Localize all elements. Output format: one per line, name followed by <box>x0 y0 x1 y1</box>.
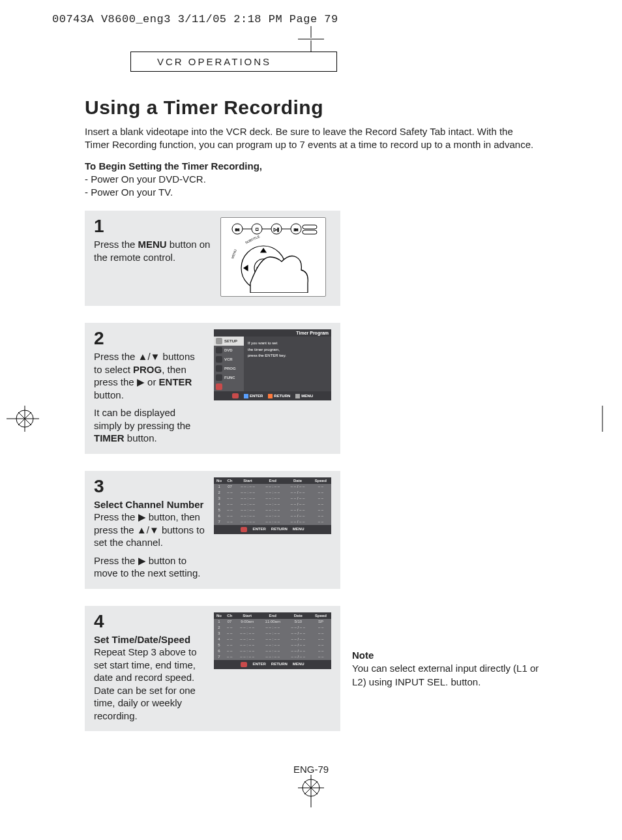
table-cell: – – : – – <box>259 631 286 637</box>
osd-sidebar-item: VCR <box>214 355 244 364</box>
table-cell: 11:00am <box>259 619 286 625</box>
table-cell: – – : – – <box>235 507 260 513</box>
table-row: 5– –– – : – –– – : – –– – / – –– – <box>214 507 331 513</box>
table-cell: 5/10 <box>286 619 310 625</box>
note-block: Note You can select external input direc… <box>352 649 548 689</box>
table-row: 3– –– – : – –– – : – –– – / – –– – <box>214 496 331 502</box>
timer-table: No Ch Start End Date Speed 107– – : – ––… <box>214 477 331 525</box>
osd-sidebar: SETUP DVD VCR PROG FUNC <box>214 337 244 391</box>
table-cell: – – / – – <box>286 648 310 654</box>
table-cell: – – <box>310 496 331 502</box>
svg-text:⏭: ⏭ <box>294 228 298 232</box>
step-subheading: Set Time/Date/Speed <box>94 634 190 645</box>
th-start: Start <box>235 612 259 619</box>
table-cell: – – / – – <box>286 637 310 642</box>
table-cell: – – : – – <box>235 513 260 519</box>
th-ch: Ch <box>224 477 235 484</box>
table-cell: – – <box>310 648 331 654</box>
timer-table-screenshot: No Ch Start End Date Speed 107– – : – ––… <box>214 477 331 534</box>
table-cell: – – <box>224 648 235 654</box>
table-cell: – – <box>224 642 235 648</box>
begin-line: - Power On your TV. <box>85 186 537 199</box>
step-number: 3 <box>94 477 205 496</box>
table-cell: – – / – – <box>285 513 310 519</box>
section-label-text: VCR OPERATIONS <box>157 56 271 67</box>
table-cell: 07 <box>224 619 235 625</box>
table-cell: 07 <box>224 484 235 490</box>
th-date: Date <box>286 612 310 619</box>
step-1: 1 Press the MENU button on the remote co… <box>85 211 340 306</box>
table-cell: – – : – – <box>260 484 285 490</box>
step-text: Press the ▶ button to move to the next s… <box>94 554 205 580</box>
begin-line: - Power On your DVD-VCR. <box>85 173 537 186</box>
osd-title: Timer Program <box>214 329 331 337</box>
remote-illustration: ⏮ ■ ▶∥ ⏭ ENTER <box>220 217 326 297</box>
table-cell: 3 <box>214 631 224 637</box>
table-cell: – – <box>224 502 235 507</box>
table-cell: – – : – – <box>235 490 260 496</box>
footer-label: MENU <box>293 527 304 531</box>
step-text: Press the <box>94 239 138 250</box>
table-cell: – – / – – <box>285 507 310 513</box>
table-cell: – – <box>310 507 331 513</box>
footer-label: ENTER <box>252 527 265 531</box>
note-text: You can select external input directly (… <box>352 662 548 689</box>
table-cell: 2 <box>214 490 224 496</box>
osd-sidebar-item: DVD <box>214 346 244 355</box>
footer-label: MENU <box>293 662 304 666</box>
table-cell: – – / – – <box>286 654 310 660</box>
crop-mark-left-icon <box>7 406 39 434</box>
remote-icon <box>241 527 247 532</box>
return-key-icon <box>268 394 273 398</box>
table-cell: – – <box>310 484 331 490</box>
table-cell: – – : – – <box>235 642 259 648</box>
timer-table-screenshot: No Ch Start End Date Speed 1079:00am11:0… <box>214 612 331 669</box>
table-cell: – – <box>224 513 235 519</box>
timer-table: No Ch Start End Date Speed 1079:00am11:0… <box>214 612 331 660</box>
osd-pane-line: the timer program, <box>248 347 327 353</box>
timer-header-row: No Ch Start End Date Speed <box>214 477 331 484</box>
th-date: Date <box>285 477 310 484</box>
table-row: 7– –– – : – –– – : – –– – / – –– – <box>214 654 331 660</box>
func-icon <box>216 374 222 381</box>
th-ch: Ch <box>224 612 235 619</box>
step-number: 2 <box>94 329 205 348</box>
table-cell: – – : – – <box>260 513 285 519</box>
table-cell: – – <box>310 625 331 631</box>
table-cell: – – <box>310 502 331 507</box>
table-cell: – – / – – <box>285 502 310 507</box>
step-subheading: Select Channel Number <box>94 499 203 510</box>
table-cell: 6 <box>214 513 224 519</box>
table-cell: 5 <box>214 642 224 648</box>
table-cell: – – : – – <box>235 648 259 654</box>
table-cell: – – : – – <box>259 637 286 642</box>
step-text: Press the ▶ button, then press the ▲/▼ b… <box>94 511 205 549</box>
tape-icon <box>216 356 222 363</box>
section-label: VCR OPERATIONS <box>130 52 337 72</box>
th-no: No <box>214 477 224 484</box>
svg-rect-19 <box>303 225 317 229</box>
disc-icon <box>216 347 222 353</box>
footer-label: ENTER <box>250 394 263 398</box>
th-end: End <box>260 477 285 484</box>
table-cell: 4 <box>214 502 224 507</box>
step-text: Date can be set for one time, daily or w… <box>94 684 205 723</box>
osd-footer: ENTER RETURN MENU <box>214 391 331 400</box>
table-cell: – – : – – <box>235 484 260 490</box>
th-speed: Speed <box>310 612 331 619</box>
table-cell: 6 <box>214 648 224 654</box>
table-row: 3– –– – : – –– – : – –– – / – –– – <box>214 631 331 637</box>
enter-word: ENTER <box>159 376 192 387</box>
table-cell: – – : – – <box>260 502 285 507</box>
table-cell: – – : – – <box>259 648 286 654</box>
step-number: 1 <box>94 217 211 235</box>
table-cell: – – / – – <box>285 490 310 496</box>
table-cell: – – <box>310 637 331 642</box>
step-text: Repeat Step 3 above to set start time, e… <box>94 646 205 684</box>
table-cell: – – <box>310 654 331 660</box>
table-cell: 3 <box>214 496 224 502</box>
table-cell: – – <box>224 637 235 642</box>
table-cell: 1 <box>214 484 224 490</box>
table-row: 107– – : – –– – : – –– – / – –– – <box>214 484 331 490</box>
table-row: 2– –– – : – –– – : – –– – / – –– – <box>214 625 331 631</box>
